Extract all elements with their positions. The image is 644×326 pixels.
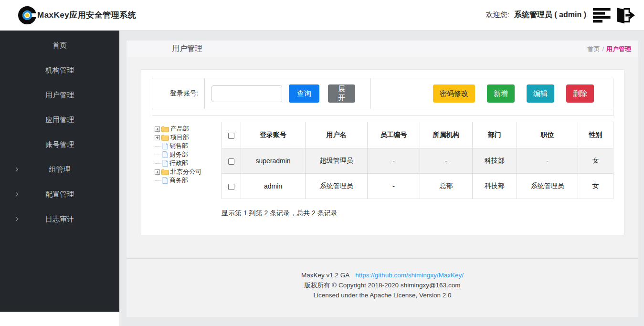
main-area: 用户管理 首页 / 用户管理 登录账号: 查询 [119,31,644,326]
body-row: 首页 机构管理 用户管理 应用管理 账号管理 组管理 [0,31,644,326]
tree-connector [155,146,161,147]
records-summary: 显示第 1 到第 2 条记录，总共 2 条记录 [222,209,613,218]
page-title: 用户管理 [172,44,202,54]
brand: MaxKey应用安全管理系统 [18,6,136,24]
app-root: MaxKey应用安全管理系统 欢迎您: 系统管理员 ( admin ) [0,0,644,326]
tree-connector [155,180,161,181]
query-button[interactable]: 查询 [289,84,319,103]
folder-icon [161,126,169,132]
top-header: MaxKey应用安全管理系统 欢迎您: 系统管理员 ( admin ) [0,0,644,31]
table-row[interactable]: superadmin 超级管理员 - - 科技部 - 女 [222,148,613,174]
sidebar-item-config[interactable]: 配置管理 [0,182,119,207]
login-account-label: 登录账号: [152,78,205,109]
tree-node[interactable]: 项目部 [155,133,222,142]
page-header: 用户管理 首页 / 用户管理 [127,41,638,57]
sidebar-item-groups[interactable]: 组管理 [0,157,119,182]
page-footer: MaxKey v1.2 GAhttps://github.com/shiming… [127,258,638,300]
folder-icon [161,135,169,141]
action-buttons: 密码修改 新增 编辑 删除 [371,78,613,109]
sidebar-item-org[interactable]: 机构管理 [0,58,119,83]
col-username: 用户名 [306,122,368,148]
align-left-icon[interactable] [593,7,612,23]
breadcrumb-separator: / [602,45,604,53]
sidebar-item-users[interactable]: 用户管理 [0,83,119,107]
org-tree: 产品部 项目部 [152,122,222,218]
current-user-label: 系统管理员 ( admin ) [514,10,586,20]
tree-node[interactable]: 商务部 [155,176,222,185]
footer-divider [127,258,638,259]
users-table: 登录账号 用户名 员工编号 所属机构 部门 职位 性别 [222,122,613,199]
change-password-button[interactable]: 密码修改 [433,84,475,103]
search-toolbar: 登录账号: 查询 展开 密码修改 新增 编辑 删除 [152,78,613,116]
chevron-right-icon [13,166,20,173]
maxkey-logo-icon [18,6,36,24]
sidebar-item-home[interactable]: 首页 [0,33,119,58]
tree-connector [155,163,161,164]
user-management-card: 登录账号: 查询 展开 密码修改 新增 编辑 删除 [141,69,624,235]
expand-plus-icon[interactable] [155,135,160,140]
add-button[interactable]: 新增 [487,84,515,103]
version-label: MaxKey v1.2 GA [301,272,349,279]
toolbar-collapsed-row [152,109,613,116]
github-link[interactable]: https://github.com/shimingxy/MaxKey/ [355,272,464,279]
table-header-row: 登录账号 用户名 员工编号 所属机构 部门 职位 性别 [222,122,613,148]
sidebar-item-label: 首页 [53,41,67,50]
sidebar-item-apps[interactable]: 应用管理 [0,107,119,132]
copyright-label: 版权所有 © Copyright 2018-2020 shimingxy@163… [127,280,638,290]
col-organization: 所属机构 [420,122,473,148]
sidebar-item-label: 配置管理 [45,190,74,199]
users-table-area: 登录账号 用户名 员工编号 所属机构 部门 职位 性别 [222,122,613,218]
sidebar-item-label: 账号管理 [45,140,74,149]
tree-connector [155,155,161,155]
row-checkbox[interactable] [228,184,234,190]
tree-node[interactable]: 销售部 [155,142,222,150]
sidebar-item-audit[interactable]: 日志审计 [0,207,119,231]
tree-node[interactable]: 北京分公司 [155,168,222,176]
tree-node[interactable]: 行政部 [155,159,222,168]
expand-plus-icon[interactable] [155,169,160,175]
col-login: 登录账号 [241,122,306,148]
delete-button[interactable]: 删除 [566,84,594,103]
logout-icon[interactable] [614,6,635,24]
expand-plus-icon[interactable] [155,126,160,132]
sidebar-item-label: 组管理 [49,165,71,174]
chevron-right-icon [13,216,20,222]
table-row[interactable]: admin 系统管理员 - 总部 科技部 系统管理员 女 [222,174,613,199]
col-employee-no: 员工编号 [368,122,420,148]
content-container: 用户管理 首页 / 用户管理 登录账号: 查询 [127,41,638,317]
tree-node[interactable]: 财务部 [155,150,222,159]
search-cell: 查询 展开 [205,78,371,109]
content-row: 产品部 项目部 [152,122,613,218]
breadcrumb-current: 用户管理 [606,45,631,53]
col-department: 部门 [473,122,517,148]
chevron-right-icon [13,191,20,198]
welcome-label: 欢迎您: [486,11,509,20]
tree-node[interactable]: 产品部 [155,125,222,133]
license-label: Licensed under the Apache License, Versi… [127,290,638,300]
edit-button[interactable]: 编辑 [527,84,554,103]
sidebar-item-accounts[interactable]: 账号管理 [0,132,119,157]
app-title: MaxKey应用安全管理系统 [37,10,136,21]
sidebar: 首页 机构管理 用户管理 应用管理 账号管理 组管理 [0,31,119,312]
file-icon [162,160,168,167]
breadcrumb: 首页 / 用户管理 [587,45,631,53]
sidebar-item-label: 日志审计 [45,215,74,224]
header-user-area: 欢迎您: 系统管理员 ( admin ) [486,6,635,24]
sidebar-item-label: 应用管理 [45,116,74,125]
select-all-checkbox[interactable] [228,133,234,139]
col-position: 职位 [517,122,578,148]
sidebar-item-label: 机构管理 [45,66,74,75]
file-icon [162,151,168,158]
file-icon [162,143,168,149]
sidebar-item-label: 用户管理 [45,91,74,100]
expand-button[interactable]: 展开 [328,84,355,103]
folder-icon [161,169,169,175]
row-checkbox[interactable] [228,158,234,165]
login-account-input[interactable] [211,85,282,102]
col-gender: 性别 [578,122,613,148]
breadcrumb-home-link[interactable]: 首页 [587,45,600,53]
file-icon [162,177,168,184]
